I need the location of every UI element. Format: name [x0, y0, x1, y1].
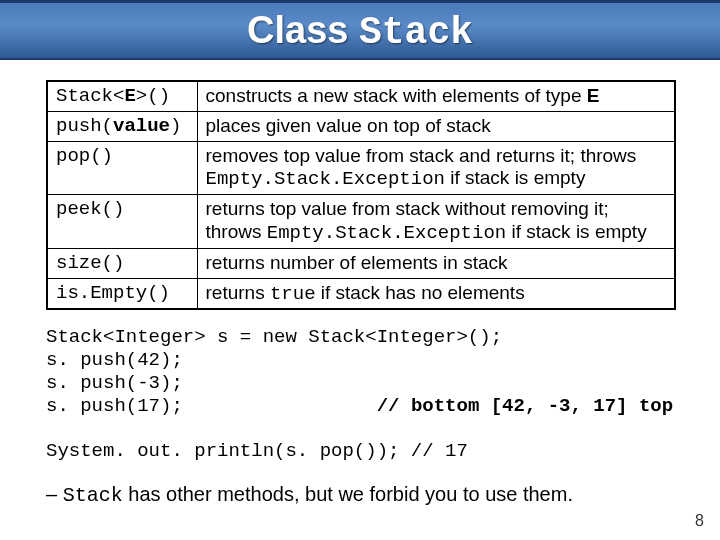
- table-row: is.Empty()returns true if stack has no e…: [47, 278, 675, 309]
- table-row: size()returns number of elements in stac…: [47, 248, 675, 278]
- title-part-sans: Class: [247, 9, 359, 51]
- table-row: pop()removes top value from stack and re…: [47, 141, 675, 195]
- slide-content: Stack<E>()constructs a new stack with el…: [0, 60, 720, 507]
- description-cell: returns number of elements in stack: [197, 248, 675, 278]
- description-cell: returns top value from stack without rem…: [197, 195, 675, 249]
- slide-header: Class Stack: [0, 0, 720, 60]
- method-cell: pop(): [47, 141, 197, 195]
- title-part-mono: Stack: [359, 11, 473, 54]
- code-comment: // bottom [42, -3, 17] top: [377, 395, 673, 417]
- method-cell: size(): [47, 248, 197, 278]
- table-row: peek()returns top value from stack witho…: [47, 195, 675, 249]
- method-cell: is.Empty(): [47, 278, 197, 309]
- description-cell: removes top value from stack and returns…: [197, 141, 675, 195]
- slide-title: Class Stack: [0, 9, 720, 54]
- code-line: System. out. println(s. pop()); // 17: [46, 440, 468, 462]
- table-row: Stack<E>()constructs a new stack with el…: [47, 81, 675, 111]
- api-table-body: Stack<E>()constructs a new stack with el…: [47, 81, 675, 309]
- api-table: Stack<E>()constructs a new stack with el…: [46, 80, 676, 310]
- description-cell: places given value on top of stack: [197, 111, 675, 141]
- method-cell: peek(): [47, 195, 197, 249]
- table-row: push(value)places given value on top of …: [47, 111, 675, 141]
- code-line: s. push(17);: [46, 395, 183, 417]
- code-line: s. push(42);: [46, 349, 183, 371]
- method-cell: push(value): [47, 111, 197, 141]
- footnote-classname: Stack: [63, 484, 123, 507]
- description-cell: constructs a new stack with elements of …: [197, 81, 675, 111]
- footnote: – Stack has other methods, but we forbid…: [46, 483, 690, 507]
- code-example: Stack<Integer> s = new Stack<Integer>();…: [46, 326, 690, 463]
- code-line: Stack<Integer> s = new Stack<Integer>();: [46, 326, 502, 348]
- description-cell: returns true if stack has no elements: [197, 278, 675, 309]
- page-number: 8: [695, 512, 704, 530]
- code-line: s. push(-3);: [46, 372, 183, 394]
- method-cell: Stack<E>(): [47, 81, 197, 111]
